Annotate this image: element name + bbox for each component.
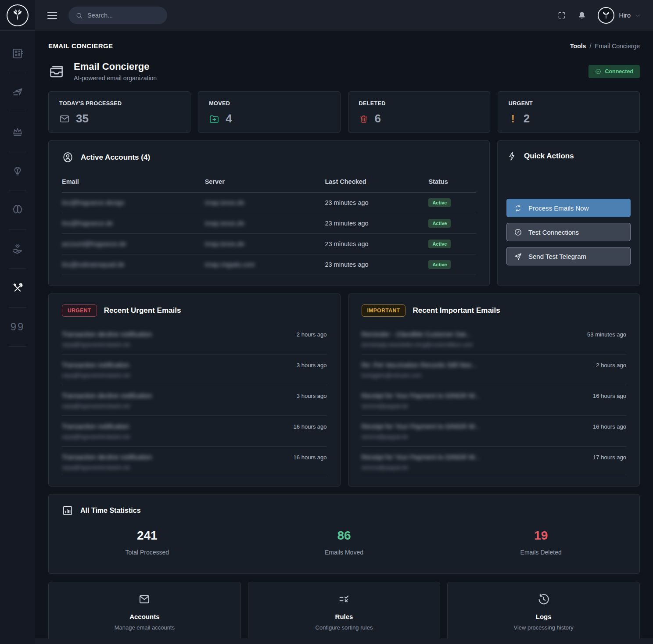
- sidebar-item-care[interactable]: [0, 236, 35, 261]
- emails-deleted-label: Emails Deleted: [442, 549, 639, 556]
- account-email-redacted: tiru@nobrainsquad.de: [62, 261, 205, 268]
- folder-move-icon: [209, 114, 219, 124]
- sidebar-item-premium[interactable]: [0, 119, 35, 144]
- email-sender-redacted: sepa@hypovereinsbank.net: [62, 434, 130, 440]
- brain-icon: [11, 204, 24, 216]
- recent-important-emails-card: IMPORTANT Recent Important Emails Remind…: [348, 293, 640, 487]
- quotes-icon: 99: [11, 321, 25, 333]
- user-menu[interactable]: Hiro: [598, 7, 641, 24]
- column-header: Last Checked: [325, 178, 428, 185]
- send-plane-icon: [514, 252, 522, 261]
- accounts-table-header: Email Server Last Checked Status: [62, 172, 476, 193]
- rules-nav-card[interactable]: Rules Configure sorting rules: [248, 582, 441, 644]
- last-checked: 23 minutes ago: [325, 240, 428, 247]
- table-row: account@fragrance.de imap.ionos.de 23 mi…: [62, 234, 476, 254]
- urgent-email-list: Transaction decline notification sepa@hy…: [49, 321, 340, 477]
- email-sender-redacted: sepa@hypovereinsbank.net: [62, 403, 152, 409]
- email-subject-redacted: Reminder - 23andMe Customer Dat...: [362, 330, 473, 338]
- nav-card-title: Accounts: [49, 613, 240, 620]
- email-timestamp: 53 minutes ago: [587, 330, 626, 348]
- email-sender-redacted: service@paypal.de: [362, 465, 480, 471]
- fullscreen-icon[interactable]: [557, 11, 566, 20]
- list-item: Transaction notification sepa@hypoverein…: [62, 354, 327, 385]
- list-item: Receipt for Your Payment to GINGR W... s…: [362, 385, 627, 416]
- list-check-icon: [248, 593, 440, 606]
- column-header: Status: [428, 178, 476, 185]
- recent-urgent-emails-card: URGENT Recent Urgent Emails Transaction …: [48, 293, 341, 487]
- important-badge: IMPORTANT: [362, 304, 406, 317]
- email-timestamp: 16 hours ago: [294, 422, 327, 440]
- emails-moved-value: 86: [246, 529, 443, 543]
- stat-value: 6: [375, 112, 381, 125]
- list-item: Transaction decline notification sepa@hy…: [62, 324, 327, 354]
- email-subject-redacted: Receipt for Your Payment to GINGR W...: [362, 422, 480, 430]
- quick-actions-card: Quick Actions Process Emails Now: [497, 140, 640, 286]
- email-subject-redacted: Transaction decline notification: [62, 330, 152, 338]
- stat-value: 35: [76, 112, 89, 125]
- email-sender-redacted: sepa@hypovereinsbank.net: [62, 342, 152, 348]
- sidebar-item-tools[interactable]: [0, 275, 35, 301]
- person-circle-icon: [62, 151, 74, 163]
- search-box[interactable]: [68, 7, 167, 24]
- status-badge-active: Active: [428, 198, 451, 207]
- stat-card-moved: MOVED 4: [198, 91, 340, 133]
- hamburger-menu-icon[interactable]: [47, 12, 57, 19]
- sidebar-item-quotes[interactable]: 99: [0, 314, 35, 340]
- lightning-icon: [507, 151, 517, 161]
- sidebar-item-dashboard[interactable]: [0, 41, 35, 66]
- email-timestamp: 2 hours ago: [596, 361, 626, 379]
- list-item: Reminder - 23andMe Customer Dat... donot…: [362, 324, 627, 354]
- nav-card-title: Rules: [248, 613, 440, 620]
- topbar: Hiro: [35, 0, 653, 31]
- notifications-bell-icon[interactable]: [578, 11, 586, 20]
- app-logo[interactable]: [0, 0, 35, 31]
- bar-chart-icon: [62, 505, 73, 516]
- email-subject-redacted: Re: Pet Vaccination Records Still Nee...: [362, 361, 477, 369]
- email-sender-redacted: service@paypal.de: [362, 434, 480, 440]
- button-label: Test Connections: [528, 229, 579, 236]
- accounts-nav-card[interactable]: Accounts Manage email accounts: [48, 582, 241, 644]
- account-email-redacted: account@fragrance.de: [62, 240, 205, 247]
- send-test-telegram-button[interactable]: Send Test Telegram: [506, 247, 631, 265]
- emails-deleted-value: 19: [442, 529, 639, 543]
- total-processed-value: 241: [49, 529, 246, 543]
- gauge-icon: [514, 228, 522, 236]
- last-checked: 23 minutes ago: [325, 261, 428, 268]
- stat-value: 2: [524, 112, 530, 125]
- list-item: Transaction notification sepa@hypoverein…: [62, 416, 327, 447]
- envelope-icon: [49, 593, 240, 606]
- sidebar-item-ideas[interactable]: [0, 158, 35, 183]
- sidebar-item-ai[interactable]: [0, 197, 35, 222]
- stat-label: MOVED: [209, 100, 329, 107]
- emails-moved-label: Emails Moved: [246, 549, 443, 556]
- search-input[interactable]: [87, 12, 153, 19]
- chevron-down-icon: [635, 13, 641, 18]
- email-subject-redacted: Receipt for Your Payment to GINGR W...: [362, 392, 480, 399]
- sidebar: 99: [0, 0, 35, 644]
- nav-card-subtitle: Manage email accounts: [49, 624, 240, 631]
- page-subtitle: AI-powered email organization: [74, 75, 157, 82]
- sidebar-item-send[interactable]: [0, 80, 35, 105]
- column-header: Email: [62, 178, 205, 185]
- all-time-stat: 19 Emails Deleted: [442, 529, 639, 556]
- sidebar-divider: [9, 151, 26, 151]
- list-item: Re: Pet Vaccination Records Still Nee...…: [362, 354, 627, 385]
- table-row: tiru@nobrainsquad.de imap.migadu.com 23 …: [62, 254, 476, 275]
- stat-label: DELETED: [359, 100, 479, 107]
- user-name: Hiro: [619, 12, 631, 19]
- logs-nav-card[interactable]: Logs View processing history: [447, 582, 640, 644]
- stat-label: URGENT: [509, 100, 629, 107]
- dashboard-icon: [11, 47, 24, 60]
- breadcrumb-tools-link[interactable]: Tools: [570, 43, 586, 50]
- test-connections-button[interactable]: Test Connections: [506, 223, 631, 241]
- process-emails-now-button[interactable]: Process Emails Now: [506, 199, 631, 217]
- stat-cards-row: TODAY'S PROCESSED 35 MOVED 4 DELETED: [48, 91, 640, 133]
- email-subject-redacted: Transaction decline notification: [62, 453, 152, 461]
- history-icon: [448, 593, 639, 606]
- envelope-icon: [59, 114, 70, 124]
- account-server-redacted: imap.ionos.de: [205, 220, 325, 227]
- email-timestamp: 3 hours ago: [297, 361, 327, 379]
- account-server-redacted: imap.ionos.de: [205, 240, 325, 247]
- nav-card-subtitle: View processing history: [448, 624, 639, 631]
- email-subject-redacted: Transaction decline notification: [62, 392, 152, 399]
